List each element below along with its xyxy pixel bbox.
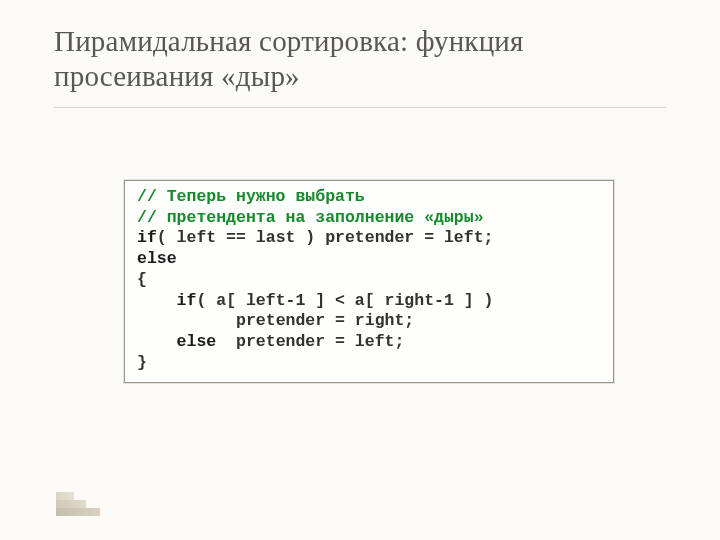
- slide-title: Пирамидальная сортировка: функция просеи…: [54, 24, 666, 108]
- code-text: ( left == last ) pretender = left;: [157, 228, 494, 247]
- code-text: pretender = left;: [216, 332, 404, 351]
- code-block: // Теперь нужно выбрать // претендента н…: [137, 187, 601, 374]
- code-keyword-if: if: [137, 228, 157, 247]
- code-box: // Теперь нужно выбрать // претендента н…: [124, 180, 614, 383]
- slide: Пирамидальная сортировка: функция просеи…: [0, 0, 720, 540]
- code-text: ( a[ left-1 ] < a[ right-1 ] ): [196, 291, 493, 310]
- slide-decoration: [56, 488, 100, 516]
- decor-bar: [56, 508, 100, 516]
- code-keyword-else-inner: else: [177, 332, 217, 351]
- code-keyword-else: else: [137, 249, 177, 268]
- code-keyword-if-inner: if: [177, 291, 197, 310]
- decor-bar: [56, 500, 86, 508]
- code-comment-2: // претендента на заполнение «дыры»: [137, 208, 484, 227]
- code-comment-1: // Теперь нужно выбрать: [137, 187, 365, 206]
- decor-bar: [56, 492, 74, 500]
- code-brace-close: }: [137, 353, 147, 372]
- code-text: pretender = right;: [236, 311, 414, 330]
- code-brace-open: {: [137, 270, 147, 289]
